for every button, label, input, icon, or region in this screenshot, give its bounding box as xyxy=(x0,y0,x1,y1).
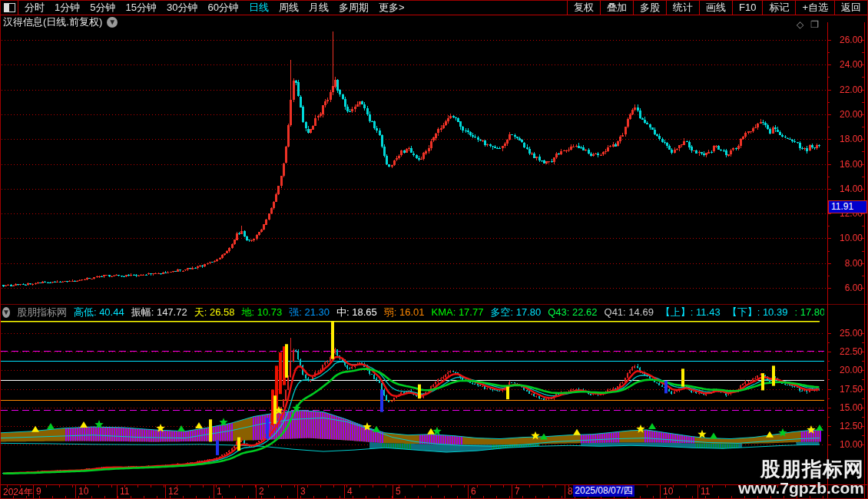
date-label: 10 xyxy=(78,486,88,497)
menu-item-标记[interactable]: 标记 xyxy=(762,1,795,15)
indicator-field-KMA: KMA: 17.77 xyxy=(432,306,484,318)
menu-item-+自选[interactable]: +自选 xyxy=(795,1,834,15)
indicator-field-强: 强: 21.30 xyxy=(289,306,330,319)
date-label: 2 xyxy=(259,486,264,497)
indicator-field-高低: 高低: 40.44 xyxy=(74,306,124,319)
indicator-field-振幅: 振幅: 147.72 xyxy=(131,306,187,319)
menu-item-日线[interactable]: 日线 xyxy=(249,1,269,15)
menu-item-周线[interactable]: 周线 xyxy=(279,1,299,15)
watermark-url: www.7gpzb.com xyxy=(738,480,864,497)
last-price-marker: 11.91 xyxy=(828,200,867,213)
indicator-panel-area[interactable] xyxy=(1,321,827,484)
menu-item-月线[interactable]: 月线 xyxy=(309,1,329,15)
menu-item-多周期[interactable]: 多周期 xyxy=(339,1,369,15)
tools-menu: 复权叠加多股统计画线F10标记+自选返回 xyxy=(567,1,867,15)
panel-y-label: 17.50 xyxy=(829,384,863,395)
stock-title: 汉得信息(日线.前复权) xyxy=(3,15,102,29)
date-label: 9 xyxy=(36,486,41,497)
menu-item-返回[interactable]: 返回 xyxy=(834,1,867,15)
date-label: 11 xyxy=(701,486,710,497)
menu-item-画线[interactable]: 画线 xyxy=(699,1,732,15)
main-y-label: 14.00 xyxy=(829,183,863,194)
main-y-label: 20.00 xyxy=(829,109,863,120)
main-y-label: 24.00 xyxy=(829,59,863,70)
top-menu-bar: 分时1分钟5分钟15分钟30分钟60分钟日线周线月线多周期更多> 复权叠加多股统… xyxy=(1,1,867,15)
menu-item-更多>[interactable]: 更多> xyxy=(379,1,405,15)
indicator-field-地: 地: 10.73 xyxy=(241,306,282,319)
menu-item-复权[interactable]: 复权 xyxy=(567,1,600,15)
pane-icon[interactable]: ❐ xyxy=(810,19,819,30)
watermark-site-name: 股朋指标网 xyxy=(738,459,864,480)
main-y-label: 8.00 xyxy=(829,258,863,269)
watermark: 股朋指标网 www.7gpzb.com xyxy=(738,459,864,497)
period-menu: 分时1分钟5分钟15分钟30分钟60分钟日线周线月线多周期更多> xyxy=(18,1,567,15)
diamond-icon[interactable]: ◇ xyxy=(797,19,803,30)
selected-date-box: 2025/08/07/四 xyxy=(573,485,634,497)
menu-item-60分钟[interactable]: 60分钟 xyxy=(207,1,238,15)
indicator-field-【上】: 【上】: 11.43 xyxy=(661,306,721,319)
main-y-label: 6.00 xyxy=(829,283,863,293)
panel-y-label: 12.50 xyxy=(829,421,863,431)
trading-terminal-window: 分时1分钟5分钟15分钟30分钟60分钟日线周线月线多周期更多> 复权叠加多股统… xyxy=(0,0,868,499)
menu-item-30分钟[interactable]: 30分钟 xyxy=(167,1,197,15)
indicator-field-Q43: Q43: 22.62 xyxy=(548,306,597,318)
date-label: 5 xyxy=(396,486,401,497)
indicator-source-label: 股朋指标网 xyxy=(17,306,67,319)
chevron-down-icon[interactable]: ▼ xyxy=(107,17,118,28)
corner-icons: ◇ ❐ xyxy=(797,19,819,30)
collapse-chevron-icon[interactable]: ▼ xyxy=(2,307,10,318)
menu-item-叠加[interactable]: 叠加 xyxy=(600,1,633,15)
window-pane-icon xyxy=(4,3,15,12)
indicator-field-【下】: 【下】: 10.39 xyxy=(727,306,788,319)
menu-item-5分钟[interactable]: 5分钟 xyxy=(90,1,115,15)
main-y-label: 22.00 xyxy=(829,84,863,95)
indicator-field-Q41: Q41: 14.69 xyxy=(605,306,654,318)
indicator-field-中: 中: 18.65 xyxy=(336,306,377,319)
panel-y-label: 20.00 xyxy=(829,365,863,375)
date-label: 6 xyxy=(471,486,476,497)
title-row: 汉得信息(日线.前复权) ▼ xyxy=(1,15,825,29)
date-label: 8 xyxy=(568,486,573,497)
panel-y-label: 10.00 xyxy=(829,439,863,450)
menu-item-多股[interactable]: 多股 xyxy=(633,1,666,15)
date-label: 4 xyxy=(347,486,353,497)
date-label: 10 xyxy=(663,486,673,497)
date-label: 12 xyxy=(168,486,178,497)
indicator-header: ▼ 股朋指标网 高低: 40.44振幅: 147.72天: 26.58地: 10… xyxy=(1,306,824,319)
main-y-label: 10.00 xyxy=(829,233,863,243)
main-chart-area[interactable] xyxy=(1,31,827,303)
menu-item-15分钟[interactable]: 15分钟 xyxy=(125,1,156,15)
indicator-field: : 17.80 xyxy=(794,306,824,318)
split-window-button[interactable] xyxy=(1,1,18,15)
panel-y-label: 15.00 xyxy=(829,402,863,413)
menu-item-1分钟[interactable]: 1分钟 xyxy=(55,1,80,15)
indicator-field-多空: 多空: 17.80 xyxy=(490,306,541,319)
main-y-label: 18.00 xyxy=(829,134,863,144)
date-label: 1 xyxy=(217,486,222,497)
panel-y-label: 22.50 xyxy=(829,346,863,357)
date-label: 3 xyxy=(300,486,306,497)
indicator-field-天: 天: 26.58 xyxy=(194,306,235,319)
indicator-field-弱: 弱: 16.01 xyxy=(384,306,425,319)
date-label: 7 xyxy=(515,486,520,497)
menu-item-分时[interactable]: 分时 xyxy=(25,1,45,15)
menu-item-统计[interactable]: 统计 xyxy=(666,1,699,15)
panel-y-label: 25.00 xyxy=(829,328,863,339)
date-label: 11 xyxy=(120,486,129,497)
main-y-label: 26.00 xyxy=(829,35,863,45)
menu-item-F10[interactable]: F10 xyxy=(732,1,762,15)
date-label: 2024年 xyxy=(3,486,33,499)
main-y-label: 16.00 xyxy=(829,159,863,170)
